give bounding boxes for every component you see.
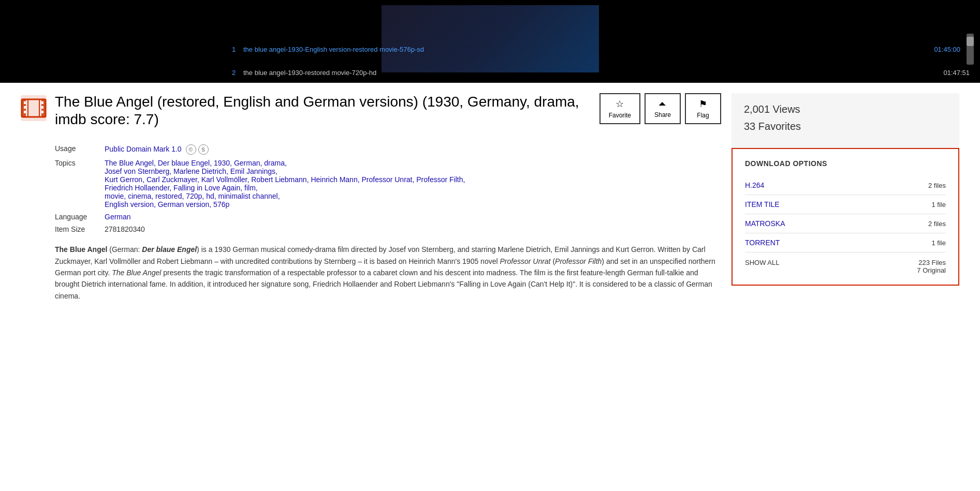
action-buttons: ☆ Favorite ⏶ Share ⚑ Flag: [599, 93, 721, 124]
usage-value: Public Domain Mark 1.0 © S: [105, 144, 209, 155]
topic-falling-in-love[interactable]: Falling in Love Again: [173, 184, 240, 192]
original-files-count: 7 Original: [917, 266, 946, 274]
topic-zuckmayer[interactable]: Carl Zuckmayer: [147, 175, 197, 184]
download-torrent: TORRENT 1 file: [745, 233, 946, 252]
topic-movie[interactable]: movie: [105, 192, 124, 200]
film-title-bold: The Blue Angel: [55, 245, 107, 254]
left-content: The Blue Angel (restored, English and Ge…: [21, 93, 721, 302]
novel-title: Professor Unrat: [500, 257, 550, 265]
topic-professor-filth[interactable]: Professor Filth: [416, 175, 463, 184]
svg-rect-6: [24, 111, 26, 113]
playlist-duration-2: 01:47:51: [943, 69, 970, 77]
h264-link[interactable]: H.264: [745, 181, 764, 189]
playlist-num-1: 1: [232, 46, 238, 53]
topic-dietrich[interactable]: Marlene Dietrich: [173, 167, 226, 175]
playlist-num-2: 2: [232, 69, 238, 77]
download-title: DOWNLOAD OPTIONS: [745, 159, 946, 168]
topic-professor-unrat[interactable]: Professor Unrat: [361, 175, 412, 184]
film-title-italic: Der blaue Engel: [142, 245, 197, 254]
topic-english-version[interactable]: English version: [105, 200, 154, 209]
matroska-link[interactable]: MATROSKA: [745, 219, 785, 228]
total-files-count: 223 Files: [917, 259, 946, 266]
show-all-link[interactable]: SHOW ALL: [745, 259, 779, 266]
star-icon: ☆: [616, 98, 624, 110]
flag-label: Flag: [697, 112, 709, 119]
language-label: Language: [55, 213, 96, 221]
topic-cinema[interactable]: cinema: [128, 192, 151, 200]
usage-link[interactable]: Public Domain Mark 1.0: [105, 145, 182, 153]
cc-badge: ©: [186, 144, 196, 155]
favorite-button[interactable]: ☆ Favorite: [599, 93, 640, 124]
flag-icon: ⚑: [699, 98, 707, 110]
favorite-label: Favorite: [609, 112, 631, 119]
torrent-count: 1 file: [932, 239, 946, 247]
topic-blue-angel[interactable]: The Blue Angel: [105, 159, 154, 167]
topic-720p[interactable]: 720p: [186, 192, 202, 200]
flag-button[interactable]: ⚑ Flag: [685, 93, 721, 124]
language-link[interactable]: German: [105, 213, 131, 221]
usage-label: Usage: [55, 144, 96, 155]
topic-restored[interactable]: restored: [155, 192, 182, 200]
size-value: 2781820340: [105, 225, 145, 233]
download-matroska: MATROSKA 2 files: [745, 214, 946, 233]
views-stat: 2,001 Views: [744, 103, 947, 115]
film-icon: [21, 95, 47, 121]
topic-hollaender[interactable]: Friedrich Hollaender: [105, 184, 169, 192]
language-value: German: [105, 213, 131, 221]
usage-row: Usage Public Domain Mark 1.0 © S: [55, 144, 721, 155]
topic-hd[interactable]: hd: [206, 192, 214, 200]
topics-row: Topics The Blue Angel, Der blaue Engel, …: [55, 159, 721, 209]
stats-box: 2,001 Views 33 Favorites: [732, 93, 959, 148]
playlist-item-2[interactable]: 2 the blue angel-1930-restored movie-720…: [228, 67, 980, 79]
playlist-title-2: the blue angel-1930-restored movie-720p-…: [243, 69, 943, 77]
topics-label: Topics: [55, 159, 96, 209]
playlist-title-1: the blue angel-1930-English version-rest…: [243, 46, 934, 53]
download-item-tile: ITEM TILE 1 file: [745, 195, 946, 214]
topic-german-version[interactable]: German version: [158, 200, 210, 209]
topic-jannings[interactable]: Emil Jannings: [230, 167, 275, 175]
favorites-stat: 33 Favorites: [744, 121, 947, 132]
license-icons: © S: [186, 144, 209, 155]
share-button[interactable]: ⏶ Share: [645, 93, 681, 124]
download-h264: H.264 2 files: [745, 176, 946, 195]
item-title: The Blue Angel (restored, English and Ge…: [55, 93, 599, 128]
download-box: DOWNLOAD OPTIONS H.264 2 files ITEM TILE…: [732, 148, 959, 286]
topic-minimalist[interactable]: minimalist channel: [218, 192, 278, 200]
playlist-scrollbar[interactable]: [967, 34, 974, 65]
topic-drama[interactable]: drama: [264, 159, 285, 167]
film-title-italic-2: The Blue Angel: [112, 269, 161, 277]
topics-value: The Blue Angel, Der blaue Engel, 1930, G…: [105, 159, 465, 209]
topic-film[interactable]: film: [244, 184, 256, 192]
svg-rect-8: [41, 106, 43, 109]
playlist-area: 1 the blue angel-1930-English version-re…: [197, 0, 980, 83]
size-row: Item Size 2781820340: [55, 225, 721, 233]
topic-1930[interactable]: 1930: [214, 159, 230, 167]
share-label: Share: [654, 111, 671, 118]
main-container: The Blue Angel (restored, English and Ge…: [0, 83, 980, 312]
topic-vollmoller[interactable]: Karl Vollmöller: [201, 175, 247, 184]
item-tile-count: 1 file: [932, 201, 946, 209]
topic-sternberg[interactable]: Josef von Sternberg: [105, 167, 169, 175]
playlist-item-1[interactable]: 1 the blue angel-1930-English version-re…: [228, 32, 980, 67]
item-tile-link[interactable]: ITEM TILE: [745, 200, 780, 209]
language-row: Language German: [55, 213, 721, 221]
item-header: The Blue Angel (restored, English and Ge…: [21, 93, 599, 128]
svg-rect-5: [24, 106, 26, 109]
show-all-section: SHOW ALL 223 Files 7 Original: [745, 259, 946, 274]
topic-gerron[interactable]: Kurt Gerron: [105, 175, 142, 184]
description: The Blue Angel (German: Der blaue Engel)…: [55, 244, 721, 302]
topic-mann[interactable]: Heinrich Mann: [311, 175, 357, 184]
share-icon: ⏶: [658, 98, 667, 109]
svg-rect-7: [41, 101, 43, 104]
topic-german[interactable]: German: [234, 159, 260, 167]
topic-576p[interactable]: 576p: [213, 200, 229, 209]
metadata-table: Usage Public Domain Mark 1.0 © S Topics …: [55, 144, 721, 233]
s-badge: S: [198, 144, 209, 155]
top-bar: 1 the blue angel-1930-English version-re…: [0, 0, 980, 83]
svg-rect-4: [24, 101, 26, 104]
topic-der-blaue-engel[interactable]: Der blaue Engel: [158, 159, 210, 167]
right-sidebar: 2,001 Views 33 Favorites DOWNLOAD OPTION…: [732, 93, 959, 302]
topic-liebmann[interactable]: Robert Liebmann: [251, 175, 306, 184]
show-all-counts: 223 Files 7 Original: [917, 259, 946, 274]
torrent-link[interactable]: TORRENT: [745, 239, 780, 247]
